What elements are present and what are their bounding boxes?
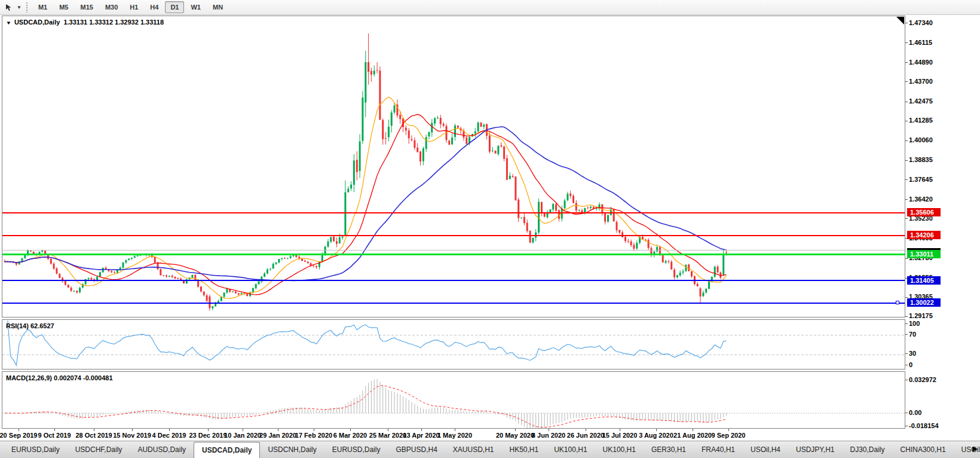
rsi-label: RSI(14) 62.6527 xyxy=(6,322,54,329)
timeframe-button-M1[interactable]: M1 xyxy=(33,1,53,13)
price-tick-label: 1.47340 xyxy=(909,19,933,26)
tab-USDCHF-Daily[interactable]: USDCHF,Daily xyxy=(68,441,130,458)
tab-USDJPY-H1[interactable]: USDJPY,H1 xyxy=(788,441,842,458)
price-tick-label: 1.36420 xyxy=(909,196,933,203)
date-tick-label: 17 Feb 2020 xyxy=(295,432,332,439)
tab-FRA40-H1[interactable]: FRA40,H1 xyxy=(694,441,743,458)
timeframe-button-M15[interactable]: M15 xyxy=(75,1,98,13)
timeframe-button-H4[interactable]: H4 xyxy=(145,1,164,13)
line-selection-handle[interactable] xyxy=(896,301,899,304)
price-tick-label: 1.37645 xyxy=(909,176,933,183)
date-tick-label: 29 Jan 2020 xyxy=(259,432,296,439)
price-tick-label: 1.44890 xyxy=(909,59,933,66)
date-axis: 20 Sep 2019 9 Oct 2019 28 Oct 2019 15 No… xyxy=(2,429,905,441)
timeframe-button-M30[interactable]: M30 xyxy=(100,1,123,13)
date-tick-label: 21 Aug 2020 xyxy=(673,432,712,439)
horizontal-line-1.34206[interactable] xyxy=(2,235,905,236)
toolbar: ▼ M1M5M15M30H1H4D1W1MN xyxy=(0,0,980,15)
candlestick-plot xyxy=(2,16,905,317)
date-tick-label: 20 May 2020 xyxy=(496,432,534,439)
price-tick-label: 1.29175 xyxy=(909,312,933,319)
price-tick-label: 1.46115 xyxy=(909,39,932,46)
tab-scroll-right-icon[interactable]: ▶ xyxy=(973,445,978,453)
date-tick-label: 28 Oct 2019 xyxy=(75,432,112,439)
date-tick-label: 3 Aug 2020 xyxy=(639,432,673,439)
rsi-tick-label: 100 xyxy=(909,320,920,327)
rsi-plot xyxy=(2,320,905,369)
tab-UK100-H1[interactable]: UK100,H1 xyxy=(546,441,595,458)
macd-tick-label: -0.018154 xyxy=(909,422,939,429)
tab-EURUSD-Daily[interactable]: EURUSD,Daily xyxy=(324,441,388,458)
rsi-tick-label: 0 xyxy=(909,361,912,368)
date-tick-label: 15 Nov 2019 xyxy=(113,432,151,439)
tab-CHINA300-H1[interactable]: CHINA300,H1 xyxy=(893,441,954,458)
date-tick-label: 9 Oct 2019 xyxy=(38,432,71,439)
axis-price-flag: 1.33011 xyxy=(907,250,941,258)
tab-AUDUSD-Daily[interactable]: AUDUSD,Daily xyxy=(130,441,194,458)
tab-HK50-H1[interactable]: HK50,H1 xyxy=(502,441,547,458)
macd-label: MACD(12,26,9) 0.002074 -0.000481 xyxy=(6,374,113,381)
timeframe-button-M5[interactable]: M5 xyxy=(54,1,74,13)
macd-pane[interactable]: MACD(12,26,9) 0.002074 -0.000481 xyxy=(2,371,905,429)
date-tick-label: 15 Jul 2020 xyxy=(602,432,638,439)
horizontal-line-1.35606[interactable] xyxy=(2,212,905,213)
macd-tick-label: 0.032972 xyxy=(909,376,936,383)
date-tick-label: 6 Mar 2020 xyxy=(333,432,367,439)
tab-UK100-H1[interactable]: UK100,H1 xyxy=(595,441,644,458)
chart-cursor-icon[interactable] xyxy=(3,1,15,13)
horizontal-line-1.30022[interactable] xyxy=(2,303,905,304)
timeframe-button-group: M1M5M15M30H1H4D1W1MN xyxy=(32,1,229,13)
objects-dropdown-icon[interactable]: ▼ xyxy=(6,20,12,26)
chart-shift-marker-icon xyxy=(896,17,904,25)
date-tick-label: 26 Jun 2020 xyxy=(567,432,604,439)
timeframe-button-MN[interactable]: MN xyxy=(207,1,228,13)
chart-tab-bar: EURUSD,DailyUSDCHF,DailyAUDUSD,DailyUSDC… xyxy=(0,441,980,458)
tab-GER30-H1[interactable]: GER30,H1 xyxy=(644,441,694,458)
timeframe-button-D1[interactable]: D1 xyxy=(165,1,184,13)
date-tick-label: 20 Sep 2019 xyxy=(0,432,38,439)
axis-price-flag: 1.30022 xyxy=(907,298,941,307)
horizontal-line-silver[interactable] xyxy=(2,250,905,251)
tab-USDCAD-Daily[interactable]: USDCAD,Daily xyxy=(194,442,260,458)
date-tick-label: 8 Jun 2020 xyxy=(532,432,565,439)
chart-title: ▼USDCAD,Daily 1.33131 1.33312 1.32932 1.… xyxy=(6,19,164,26)
date-tick-label: 23 Dec 2019 xyxy=(189,432,227,439)
horizontal-line-1.31405[interactable] xyxy=(2,280,905,281)
date-tick-label: 25 Mar 2020 xyxy=(369,432,406,439)
date-tick-label: 4 Dec 2019 xyxy=(152,432,186,439)
date-tick-label: 13 Apr 2020 xyxy=(403,432,439,439)
price-tick-label: 1.40060 xyxy=(909,136,933,143)
mt4-window: ▼ M1M5M15M30H1H4D1W1MN ▼USDCAD,Daily 1.3… xyxy=(0,0,980,458)
date-tick-label: 10 Jan 2020 xyxy=(224,432,261,439)
tab-DJ30-Daily[interactable]: DJ30,Daily xyxy=(843,441,893,458)
price-tick-label: 1.38835 xyxy=(909,156,933,163)
price-axis: 1.47340 1.46115 1.44890 1.43700 1.42475 … xyxy=(905,16,980,429)
timeframe-button-H1[interactable]: H1 xyxy=(124,1,143,13)
macd-tick-label: 0.00 xyxy=(909,409,921,416)
axis-price-flag: 1.31405 xyxy=(907,276,941,285)
date-tick-label: 9 Sep 2020 xyxy=(712,432,746,439)
price-pane[interactable]: ▼USDCAD,Daily 1.33131 1.33312 1.32932 1.… xyxy=(2,16,905,317)
rsi-tick-label: 30 xyxy=(909,350,916,357)
horizontal-line-1.33011[interactable] xyxy=(2,254,905,255)
axis-price-flag: 1.34206 xyxy=(907,231,941,239)
tab-EURUSD-Daily[interactable]: EURUSD,Daily xyxy=(4,441,68,458)
tab-XAUUSD-H1[interactable]: XAUUSD,H1 xyxy=(445,441,502,458)
chevron-down-icon[interactable]: ▼ xyxy=(15,5,23,10)
rsi-tick-label: 70 xyxy=(909,331,916,338)
date-tick-label: 1 May 2020 xyxy=(437,432,472,439)
price-tick-label: 1.43700 xyxy=(909,78,933,85)
rsi-pane[interactable]: RSI(14) 62.6527 xyxy=(2,319,905,370)
price-tick-label: 1.41285 xyxy=(909,117,933,124)
axis-price-flag: 1.35606 xyxy=(907,208,941,216)
price-tick-label: 1.42475 xyxy=(909,97,933,105)
tab-USOil-H4[interactable]: USOil,H4 xyxy=(743,441,788,458)
macd-plot xyxy=(2,372,905,428)
toolbar-grip xyxy=(26,2,29,13)
timeframe-button-W1[interactable]: W1 xyxy=(185,1,206,13)
chart-title-text: USDCAD,Daily 1.33131 1.33312 1.32932 1.3… xyxy=(14,19,164,26)
tab-USDCNH-Daily[interactable]: USDCNH,Daily xyxy=(260,441,324,458)
tab-GBPUSD-H4[interactable]: GBPUSD,H4 xyxy=(388,441,445,458)
